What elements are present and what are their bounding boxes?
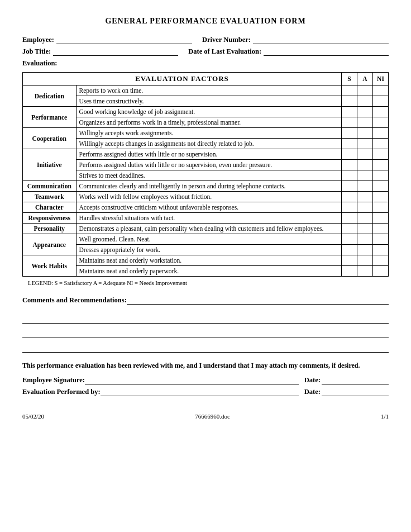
a-cell[interactable] (357, 245, 373, 255)
s-cell[interactable] (342, 117, 357, 128)
s-cell[interactable] (342, 202, 357, 213)
description-cell: Maintains neat and orderly paperwork. (76, 266, 341, 277)
extra-line-3[interactable] (22, 341, 389, 353)
ni-cell[interactable] (373, 255, 389, 266)
s-cell[interactable] (342, 213, 357, 224)
evaluator-date-underline[interactable] (322, 388, 389, 396)
employee-underline[interactable] (56, 36, 192, 44)
description-cell: Reports to work on time. (76, 86, 341, 96)
a-cell[interactable] (357, 149, 373, 160)
legend: LEGEND: S = Satisfactory A = Adequate NI… (28, 280, 389, 286)
a-cell[interactable] (357, 139, 373, 149)
factors-header: EVALUATION FACTORS (23, 73, 342, 86)
ni-cell[interactable] (373, 181, 389, 192)
ni-cell[interactable] (373, 96, 389, 107)
table-row: TeamworkWorks well with fellow employees… (23, 192, 389, 202)
a-cell[interactable] (357, 202, 373, 213)
a-cell[interactable] (357, 213, 373, 224)
s-cell[interactable] (342, 192, 357, 202)
s-cell[interactable] (342, 181, 357, 192)
table-row: Willingly accepts changes in assignments… (23, 139, 389, 149)
evaluator-sig-underline[interactable] (101, 388, 299, 396)
ni-cell[interactable] (373, 170, 389, 181)
evaluator-sig-label: Evaluation Performed by: (22, 388, 101, 396)
table-row: CommunicationCommunicates clearly and in… (23, 181, 389, 192)
s-cell[interactable] (342, 149, 357, 160)
last-eval-underline[interactable] (264, 48, 389, 56)
table-row: ResponsivenessHandles stressful situatio… (23, 213, 389, 224)
s-cell[interactable] (342, 96, 357, 107)
comments-underline[interactable] (127, 297, 389, 305)
ni-cell[interactable] (373, 192, 389, 202)
a-cell[interactable] (357, 117, 373, 128)
table-row: CooperationWillingly accepts work assign… (23, 128, 389, 139)
ni-cell[interactable] (373, 234, 389, 245)
ni-cell[interactable] (373, 107, 389, 117)
footer: 05/02/20 76666960.doc 1/1 (22, 413, 389, 420)
table-row: InitiativePerforms assigned duties with … (23, 149, 389, 160)
extra-line-1[interactable] (22, 312, 389, 324)
a-cell[interactable] (357, 266, 373, 277)
s-cell[interactable] (342, 266, 357, 277)
a-cell[interactable] (357, 255, 373, 266)
ni-cell[interactable] (373, 86, 389, 96)
footer-filename: 76666960.doc (195, 413, 230, 420)
ni-cell[interactable] (373, 160, 389, 170)
employee-sig-row: Employee Signature: Date: (22, 376, 389, 384)
s-cell[interactable] (342, 224, 357, 234)
s-cell[interactable] (342, 170, 357, 181)
s-cell[interactable] (342, 86, 357, 96)
s-cell[interactable] (342, 128, 357, 139)
a-cell[interactable] (357, 234, 373, 245)
s-cell[interactable] (342, 107, 357, 117)
extra-lines (22, 312, 389, 353)
table-row: Uses time constructively. (23, 96, 389, 107)
s-cell[interactable] (342, 255, 357, 266)
category-cell: Initiative (23, 149, 77, 181)
a-cell[interactable] (357, 107, 373, 117)
driver-number-underline[interactable] (253, 36, 389, 44)
ni-cell[interactable] (373, 202, 389, 213)
a-cell[interactable] (357, 224, 373, 234)
comments-line: Comments and Recommendations: (22, 296, 389, 305)
a-cell[interactable] (357, 86, 373, 96)
table-row: PersonalityDemonstrates a pleasant, calm… (23, 224, 389, 234)
description-cell: Good working knowledge of job assignment… (76, 107, 341, 117)
s-cell[interactable] (342, 139, 357, 149)
table-row: Performs assigned duties with little or … (23, 160, 389, 170)
a-cell[interactable] (357, 181, 373, 192)
a-cell[interactable] (357, 170, 373, 181)
a-cell[interactable] (357, 192, 373, 202)
table-row: Dresses appropriately for work. (23, 245, 389, 255)
employee-date-underline[interactable] (322, 377, 389, 384)
table-row: DedicationReports to work on time. (23, 86, 389, 96)
ni-cell[interactable] (373, 139, 389, 149)
ni-cell[interactable] (373, 245, 389, 255)
a-cell[interactable] (357, 96, 373, 107)
s-cell[interactable] (342, 245, 357, 255)
comments-label: Comments and Recommendations: (22, 296, 127, 305)
ni-cell[interactable] (373, 128, 389, 139)
a-cell[interactable] (357, 160, 373, 170)
category-cell: Character (23, 202, 77, 213)
ni-cell[interactable] (373, 117, 389, 128)
s-cell[interactable] (342, 160, 357, 170)
table-row: Organizes and performs work in a timely,… (23, 117, 389, 128)
category-cell: Teamwork (23, 192, 77, 202)
description-cell: Performs assigned duties with little or … (76, 160, 341, 170)
ni-header: NI (373, 73, 389, 86)
extra-line-2[interactable] (22, 327, 389, 338)
ni-cell[interactable] (373, 149, 389, 160)
description-cell: Communicates clearly and intelligently i… (76, 181, 341, 192)
category-cell: Cooperation (23, 128, 77, 149)
job-title-underline[interactable] (53, 48, 178, 56)
category-cell: Personality (23, 224, 77, 234)
a-cell[interactable] (357, 128, 373, 139)
ni-cell[interactable] (373, 266, 389, 277)
category-cell: Performance (23, 107, 77, 128)
ni-cell[interactable] (373, 224, 389, 234)
s-cell[interactable] (342, 234, 357, 245)
employee-sig-underline[interactable] (85, 377, 299, 384)
ni-cell[interactable] (373, 213, 389, 224)
job-title-label: Job Title: (22, 48, 51, 56)
